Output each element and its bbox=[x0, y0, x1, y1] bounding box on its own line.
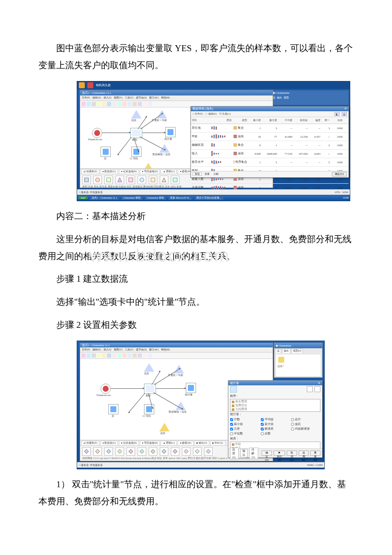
statistics-dialog[interactable]: 统计量 ✕ 检查： 基本费用 免费部分 无线费用 统计量： bbox=[228, 380, 323, 458]
list-item[interactable]: 免费部分 bbox=[232, 404, 319, 408]
menu-item[interactable]: 工具(T) bbox=[125, 96, 133, 100]
stat-checkbox[interactable]: 方差 bbox=[230, 427, 259, 431]
palette-tab[interactable]: @ 收藏夹(F) bbox=[81, 169, 99, 173]
cancel-button[interactable]: 取消(C) bbox=[287, 451, 297, 456]
table-node-icon[interactable] bbox=[101, 147, 111, 157]
list-item[interactable]: 年龄 bbox=[232, 442, 319, 446]
palette-tab[interactable]: ● 字段选项(D) bbox=[140, 441, 160, 445]
stat-checkbox[interactable]: 计数 bbox=[230, 418, 259, 422]
palette-tab[interactable]: ▲ 图形(G) bbox=[161, 169, 177, 173]
palette-node-icon[interactable] bbox=[93, 447, 102, 456]
examine-listbox[interactable]: 基本费用 免费部分 无线费用 bbox=[230, 399, 320, 412]
audit-tab[interactable]: 注解 bbox=[212, 173, 220, 175]
taskbar-item[interactable]: Clementine 帮助 bbox=[121, 196, 143, 200]
stat-checkbox[interactable]: 合计 bbox=[291, 418, 320, 422]
palette-tab[interactable]: ● 记录选项(R) bbox=[119, 441, 139, 445]
model-nugget-icon[interactable] bbox=[278, 357, 284, 363]
menu-item[interactable]: 工具(T) bbox=[125, 348, 133, 352]
palette-tab[interactable]: ● 数据源(U) bbox=[100, 441, 118, 445]
audit-tab[interactable]: 质量 bbox=[203, 173, 211, 175]
audit-tab[interactable]: 审核 bbox=[193, 172, 202, 176]
dist-node-icon[interactable] bbox=[131, 110, 141, 119]
dialog-tab[interactable]: 注解(T) bbox=[249, 448, 258, 459]
side-tabs[interactable]: 流 输出 模型(0) bbox=[274, 348, 322, 353]
ok-button[interactable]: 确定(O) bbox=[332, 172, 347, 176]
dialog-tab[interactable]: 设置(S) bbox=[230, 448, 239, 459]
palette-node-icon[interactable] bbox=[193, 447, 202, 456]
close-icon[interactable]: ✕ bbox=[344, 107, 347, 111]
taskbar-item[interactable]: 简单 Microsoft W... bbox=[168, 196, 193, 200]
fields-node-icon[interactable] bbox=[131, 147, 141, 157]
menu-item[interactable]: 编辑(E) bbox=[92, 96, 101, 100]
menu-item[interactable]: 超节点(S) bbox=[136, 96, 147, 100]
palette-tab[interactable]: ● 数据源(U) bbox=[100, 169, 118, 173]
menu-item[interactable]: 文件(F) bbox=[82, 348, 90, 352]
ok-button[interactable]: 确定(O) bbox=[262, 451, 272, 456]
palette-node-icon[interactable] bbox=[115, 447, 124, 456]
menu-item[interactable]: 编辑(E) bbox=[92, 348, 101, 352]
dialog-tool-icon[interactable] bbox=[307, 386, 313, 392]
menu-item[interactable]: 视图(V) bbox=[114, 96, 122, 100]
stat-checkbox[interactable]: 最小值 bbox=[230, 422, 259, 426]
toolbar[interactable] bbox=[80, 353, 273, 359]
palette-node-icon[interactable] bbox=[82, 447, 91, 456]
toolbar-icon[interactable]: ◧ bbox=[334, 112, 340, 116]
taskbar-item[interactable]: Clementine 帮助 bbox=[144, 196, 166, 200]
data-audit-window[interactable]: 数据审核 [流失] ✕ □ 文件(F) ◇ 编辑(E) ① 生成(G) ◧ ▥ … bbox=[190, 106, 349, 178]
stat-node-icon[interactable] bbox=[186, 383, 196, 393]
dialog-tab[interactable]: 输出 bbox=[240, 449, 248, 457]
palette-node-icon[interactable] bbox=[182, 447, 190, 456]
source-node-icon[interactable] bbox=[101, 384, 111, 394]
palette-node-icon[interactable] bbox=[204, 447, 213, 456]
menubar[interactable]: 文件(F) 编辑(E) 插入(I) 视图(V) 工具(T) 超节点(S) 窗口(… bbox=[80, 347, 273, 353]
menu-item[interactable]: 视图(V) bbox=[114, 348, 122, 352]
dialog-tool-icon[interactable] bbox=[314, 386, 320, 392]
source-node-icon[interactable] bbox=[92, 128, 102, 138]
audit-menu-item[interactable]: ◇ 编辑(E) bbox=[205, 112, 216, 116]
stat-checkbox[interactable]: 标准差 bbox=[261, 427, 290, 431]
windows-taskbar[interactable]: start 流式1 - Clementine 11.1 Clementine 帮… bbox=[77, 195, 350, 201]
stat-checkbox[interactable]: 平均值 bbox=[261, 418, 290, 422]
palette-node-icon[interactable] bbox=[171, 447, 179, 456]
side-tab[interactable]: 流 bbox=[275, 349, 281, 353]
side-tab[interactable]: 模型 bbox=[284, 96, 289, 100]
palette-node-icon[interactable] bbox=[160, 176, 168, 184]
fields-node-icon[interactable] bbox=[144, 404, 154, 414]
reset-button[interactable]: 重置(R) bbox=[310, 451, 320, 456]
menu-item[interactable]: 帮助(H) bbox=[161, 348, 170, 352]
start-button[interactable]: start bbox=[78, 197, 88, 199]
palette-node-icon[interactable] bbox=[138, 447, 146, 456]
palette-node-icon[interactable] bbox=[104, 447, 113, 456]
audit-menu-item[interactable]: □ 文件(F) bbox=[193, 112, 203, 116]
palette-node-icon[interactable] bbox=[93, 176, 102, 184]
list-item[interactable]: 无线费用 bbox=[232, 408, 319, 411]
apply-button[interactable]: 应用(A) bbox=[299, 451, 309, 456]
run-button[interactable]: ▶ 执行(X) bbox=[274, 451, 285, 456]
palette-node-icon[interactable] bbox=[160, 447, 168, 456]
palette-node-icon[interactable] bbox=[149, 176, 157, 184]
palette-tab[interactable]: ● 记录选项(R) bbox=[119, 169, 139, 173]
audit-toolbar[interactable]: □ 文件(F) ◇ 编辑(E) ① 生成(G) ◧ ▥ bbox=[191, 111, 349, 117]
stat-checkbox[interactable]: 中位数 bbox=[230, 432, 259, 436]
palette-node-icon[interactable] bbox=[171, 176, 179, 184]
palette-node-icon[interactable] bbox=[149, 447, 157, 456]
output-node-icon[interactable] bbox=[159, 423, 170, 431]
audit-menu-item[interactable]: ① 生成(G) bbox=[219, 112, 231, 116]
side-tab[interactable]: 模型(0) bbox=[291, 349, 303, 353]
palette-tab[interactable]: ● 字段选项(D) bbox=[140, 169, 160, 173]
toolbar-icon[interactable]: ▥ bbox=[342, 112, 347, 116]
menu-item[interactable]: 插入(I) bbox=[104, 348, 111, 352]
table-node-icon[interactable] bbox=[108, 404, 118, 414]
menu-item[interactable]: 插入(I) bbox=[104, 96, 111, 100]
palette-tab[interactable]: ■ 导出(X) bbox=[210, 441, 225, 445]
taskbar-item[interactable]: 图示十字表白的变量... bbox=[194, 196, 224, 200]
palette-tab[interactable]: ▲ 图形(G) bbox=[161, 441, 177, 445]
menu-item[interactable]: 窗口(W) bbox=[149, 348, 159, 352]
taskbar-item[interactable]: 流式1 - Clementine 11.1 bbox=[89, 196, 119, 200]
side-tab[interactable]: 输出 bbox=[282, 349, 291, 353]
palette-tab[interactable]: ● 建模(M) bbox=[178, 441, 193, 445]
palette-node-icon[interactable] bbox=[127, 176, 135, 184]
menubar[interactable]: 文件(F) 编辑(E) 插入(I) 视图(V) 工具(T) 超节点(S) 窗口(… bbox=[80, 95, 273, 101]
palette-node-icon[interactable] bbox=[115, 176, 124, 184]
menu-item[interactable]: 帮助(H) bbox=[161, 96, 170, 100]
